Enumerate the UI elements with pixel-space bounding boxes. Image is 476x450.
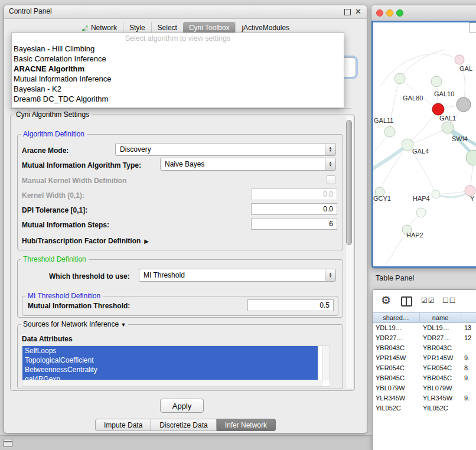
threshold-definition-title: Threshold Definition	[21, 255, 89, 263]
network-edge	[373, 145, 407, 172]
gear-icon[interactable]: ⚙	[381, 294, 391, 307]
zoom-traffic-light[interactable]	[396, 9, 403, 17]
network-node[interactable]	[375, 187, 384, 197]
table-row[interactable]: YER054CYER054C8.	[373, 363, 476, 373]
attribute-item[interactable]: BetweennessCentrality	[22, 365, 318, 374]
control-panel-window: Control Panel ✕ Network Style Select Cyn…	[4, 5, 367, 433]
scrollbar-thumb[interactable]	[346, 120, 352, 245]
sources-group-title[interactable]: Sources for Network Inference ▼	[21, 320, 128, 328]
list-vertical-scrollbar[interactable]	[322, 346, 330, 380]
attribute-item[interactable]: SelfLoops	[22, 346, 318, 356]
network-canvas[interactable]: GALGAL80GAL10GAL11GAL1SWI4GAL4GCY1HAP4YH…	[371, 21, 476, 268]
table-header-row: shared… name	[373, 312, 476, 323]
apply-button[interactable]: Apply	[160, 399, 204, 413]
network-edge	[380, 54, 459, 86]
algorithm-option[interactable]: Basic Correlation Inference	[12, 54, 344, 64]
table-cell: YIL052C	[373, 403, 420, 413]
table-cell: YDL19…	[373, 323, 420, 333]
algorithm-option[interactable]: Dream8 DC_TDC Algorithm	[12, 94, 344, 104]
algorithm-option[interactable]: Bayesian - K2	[12, 84, 344, 94]
close-traffic-light[interactable]	[376, 9, 383, 17]
network-node[interactable]	[395, 73, 405, 84]
bottom-tab-bar: Impute Data Discretize Data Infer Networ…	[95, 419, 276, 431]
algorithm-option[interactable]: ARACNE Algorithm	[12, 64, 344, 74]
table-toolbar: ⚙ ☑☑ ☐☐	[373, 290, 476, 312]
network-node[interactable]	[455, 55, 464, 64]
table-row[interactable]: YDR27…YDR27…12	[373, 333, 476, 343]
tab-label: jActiveModules	[242, 23, 289, 33]
hub-section-toggle[interactable]: Hub/Transcription Factor Definition▶	[22, 237, 149, 245]
table-cell: YER054C	[420, 363, 461, 373]
column-header-name[interactable]: name	[420, 313, 461, 322]
column-header-partial[interactable]	[461, 313, 476, 322]
mi-threshold-group-title: MI Threshold Definition	[25, 292, 103, 300]
algorithm-option[interactable]: Mutual Information Inference	[12, 74, 344, 84]
table-panel-title: Table Panel	[376, 274, 414, 282]
minimize-traffic-light[interactable]	[386, 9, 393, 17]
attribute-item[interactable]: TopologicalCoefficient	[22, 356, 318, 365]
network-node[interactable]	[442, 122, 454, 133]
dpi-tolerance-label: DPI Tolerance [0,1]:	[22, 206, 87, 214]
dpi-tolerance-input[interactable]: 0.0	[251, 203, 337, 215]
table-row[interactable]: YBL079WYBL079W	[373, 383, 476, 393]
close-icon[interactable]: ✕	[355, 7, 361, 16]
traffic-lights	[376, 9, 403, 17]
algorithm-dropdown-popup: Select algorithm to view settings Bayesi…	[11, 32, 344, 108]
data-attributes-list[interactable]: SelfLoopsTopologicalCoefficientBetweenne…	[22, 345, 330, 387]
mi-steps-label: Mutual Information Steps:	[22, 221, 109, 229]
deselect-all-checks-icon[interactable]: ☐☐	[442, 296, 457, 305]
mi-type-select[interactable]: Naive Bayes ▲▼	[160, 158, 336, 171]
network-node[interactable]	[465, 185, 475, 196]
network-node[interactable]	[457, 97, 471, 112]
algorithm-option[interactable]: Bayesian - Hill Climbing	[12, 44, 344, 54]
float-window-icon[interactable]	[344, 9, 351, 15]
select-all-checks-icon[interactable]: ☑☑	[421, 296, 435, 305]
list-horizontal-scrollbar[interactable]	[22, 380, 323, 386]
column-selector-icon[interactable]	[401, 296, 412, 306]
network-view-window: GALGAL80GAL10GAL11GAL1SWI4GAL4GCY1HAP4YH…	[371, 5, 476, 269]
which-threshold-select[interactable]: MI Threshold ▲▼	[139, 269, 336, 282]
network-node[interactable]	[384, 126, 395, 137]
algorithm-option-list: Bayesian - Hill ClimbingBasic Correlatio…	[12, 44, 344, 104]
table-cell: YLR345W	[420, 393, 461, 403]
tab-infer-network[interactable]: Infer Network	[217, 419, 276, 431]
groupbox-edge	[10, 108, 351, 109]
column-header-shared-name[interactable]: shared…	[373, 313, 420, 322]
network-node[interactable]	[402, 139, 413, 151]
settings-scrollbar[interactable]	[345, 116, 353, 388]
tab-impute-data[interactable]: Impute Data	[95, 419, 151, 431]
panel-toggle-icon[interactable]	[4, 439, 12, 447]
table-row[interactable]: YLR345WYLR345W9.	[373, 393, 476, 403]
tab-discretize-data[interactable]: Discretize Data	[151, 419, 216, 431]
combo-arrows-icon: ▲▼	[325, 144, 335, 155]
network-graph	[373, 22, 476, 268]
algorithm-definition-title: Algorithm Definition	[21, 130, 87, 138]
network-node[interactable]	[432, 190, 440, 198]
table-row[interactable]: YBR045CYBR045C9.	[373, 373, 476, 383]
kernel-width-label: Kernel Width (0,1):	[22, 191, 84, 200]
table-cell: 9.	[461, 393, 476, 403]
table-body: YDL19…YDL19…13YDR27…YDR27…12YBR043CYBR04…	[373, 323, 476, 450]
table-row[interactable]: YBR043CYBR043C	[373, 343, 476, 353]
table-row[interactable]: YDL19…YDL19…13	[373, 323, 476, 333]
table-cell: YBR043C	[373, 343, 420, 353]
network-edge	[407, 128, 448, 145]
table-cell	[461, 343, 476, 353]
network-node[interactable]	[416, 208, 426, 217]
table-cell: 9.	[461, 373, 476, 383]
aracne-mode-label: Aracne Mode:	[22, 146, 69, 155]
network-node[interactable]	[466, 150, 476, 165]
aracne-mode-select[interactable]: Discovery ▲▼	[115, 143, 336, 156]
network-node[interactable]	[402, 225, 412, 234]
kernel-width-value: 0.0	[323, 190, 333, 198]
mi-type-label: Mutual Information Algorithm Type:	[22, 161, 141, 169]
table-row[interactable]: YPR145WYPR145W9.	[373, 353, 476, 363]
mi-steps-input[interactable]: 6	[251, 218, 337, 230]
table-cell: 9.	[461, 353, 476, 363]
network-node[interactable]	[431, 76, 442, 87]
scrollbar-corner	[469, 22, 476, 32]
network-node[interactable]	[432, 103, 444, 115]
mi-threshold-input[interactable]: 0.5	[247, 299, 334, 311]
table-row[interactable]: YIL052CYIL052C	[373, 403, 476, 413]
table-cell	[461, 383, 476, 393]
